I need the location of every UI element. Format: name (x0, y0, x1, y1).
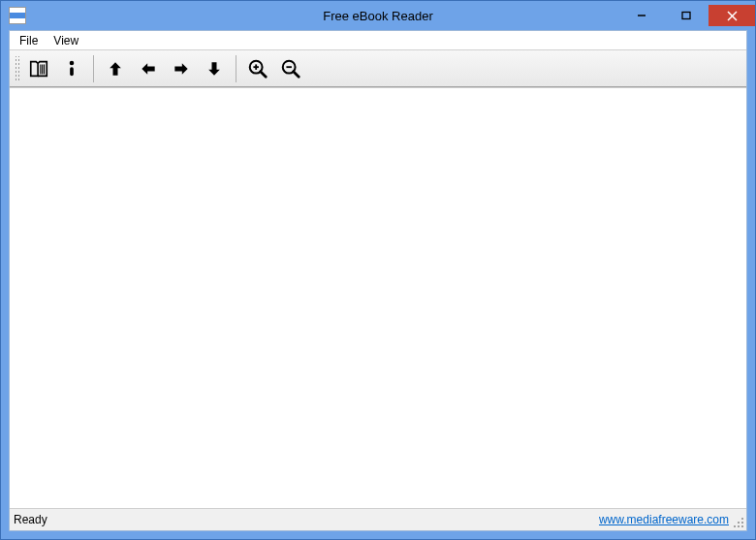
maximize-icon (681, 11, 691, 20)
zoom-out-button[interactable] (275, 53, 306, 84)
app-icon (9, 7, 26, 24)
menubar: File View (10, 31, 746, 50)
zoom-out-icon (280, 58, 301, 79)
titlebar[interactable]: Free eBook Reader (1, 1, 755, 30)
maximize-button[interactable] (664, 5, 709, 26)
toolbar-separator (236, 55, 236, 82)
arrow-left-icon (139, 59, 158, 79)
svg-point-17 (738, 522, 740, 524)
svg-point-21 (741, 525, 743, 527)
svg-point-20 (738, 525, 740, 527)
nav-left-button[interactable] (133, 53, 164, 84)
resize-grip-icon[interactable] (733, 517, 744, 528)
toolbar (10, 50, 746, 87)
toolbar-separator (93, 55, 94, 82)
library-button[interactable] (23, 53, 54, 84)
arrow-right-icon (172, 59, 191, 79)
zoom-in-button[interactable] (242, 53, 273, 84)
svg-rect-8 (70, 67, 74, 76)
info-icon (61, 58, 82, 79)
svg-point-19 (734, 525, 736, 527)
svg-line-14 (294, 71, 299, 77)
svg-point-7 (70, 60, 75, 65)
nav-right-button[interactable] (166, 53, 197, 84)
svg-point-16 (741, 518, 743, 520)
minimize-button[interactable] (619, 5, 664, 26)
svg-rect-1 (682, 13, 690, 19)
info-button[interactable] (56, 53, 87, 84)
svg-point-18 (741, 522, 743, 524)
statusbar: Ready www.mediafreeware.com (10, 509, 746, 530)
nav-down-button[interactable] (199, 53, 230, 84)
arrow-down-icon (205, 59, 224, 79)
menu-file[interactable]: File (12, 32, 46, 49)
toolbar-grip[interactable] (14, 56, 19, 81)
svg-line-10 (261, 71, 267, 77)
minimize-icon (637, 11, 646, 20)
close-icon (727, 11, 738, 21)
client-area: File View (9, 30, 747, 531)
library-icon (28, 58, 49, 79)
website-link[interactable]: www.mediafreeware.com (599, 513, 729, 526)
arrow-up-icon (106, 59, 125, 79)
nav-up-button[interactable] (100, 53, 131, 84)
status-text: Ready (14, 513, 47, 526)
zoom-in-icon (247, 58, 268, 79)
content-area[interactable] (10, 87, 746, 509)
close-button[interactable] (709, 5, 755, 26)
window-controls (619, 5, 755, 26)
menu-view[interactable]: View (46, 32, 86, 49)
app-window: Free eBook Reader File View (0, 0, 756, 540)
